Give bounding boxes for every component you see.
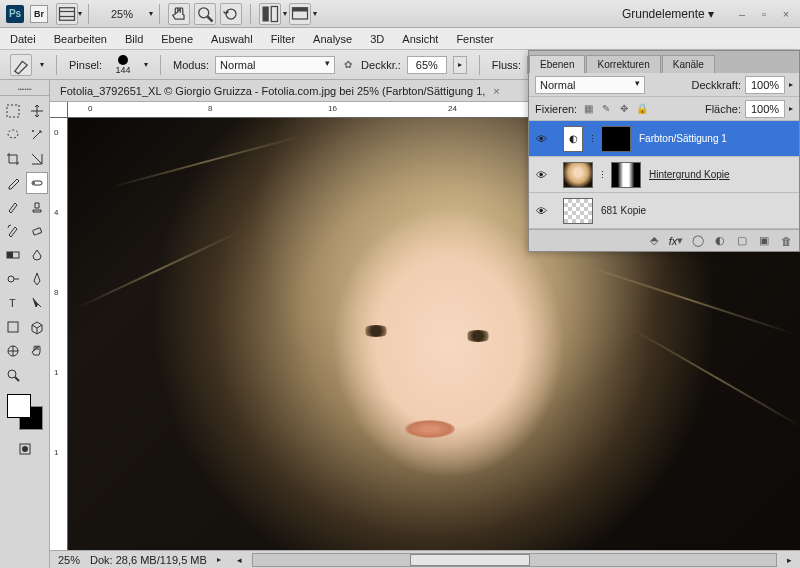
crop-tool[interactable]: [2, 148, 24, 170]
filmstrip-icon[interactable]: [56, 3, 78, 25]
airbrush-icon[interactable]: ✿: [341, 58, 355, 72]
layer-blend-select[interactable]: Normal: [535, 76, 645, 94]
menu-bild[interactable]: Bild: [125, 33, 143, 45]
photoshop-icon: Ps: [6, 5, 24, 23]
wand-tool[interactable]: [26, 124, 48, 146]
move-tool[interactable]: [26, 100, 48, 122]
palette-grip-icon[interactable]: ┈┈: [0, 84, 49, 96]
menu-ebene[interactable]: Ebene: [161, 33, 193, 45]
close-icon[interactable]: ×: [778, 6, 794, 22]
stamp-tool[interactable]: [26, 196, 48, 218]
healing-brush-tool[interactable]: [26, 172, 48, 194]
zoom-tool[interactable]: [2, 364, 24, 386]
layer-row[interactable]: 👁 681 Kopie: [529, 193, 799, 229]
adjustment-thumb[interactable]: ◐: [563, 126, 583, 152]
bridge-icon[interactable]: Br: [30, 5, 48, 23]
layer-name[interactable]: 681 Kopie: [597, 205, 795, 216]
layer-thumb[interactable]: [563, 162, 593, 188]
path-select-tool[interactable]: [26, 292, 48, 314]
menu-analyse[interactable]: Analyse: [313, 33, 352, 45]
layer-thumb[interactable]: [563, 198, 593, 224]
svg-rect-20: [8, 322, 18, 332]
visibility-icon[interactable]: 👁: [533, 131, 549, 147]
lock-transparent-icon[interactable]: ▦: [581, 102, 595, 116]
restore-icon[interactable]: ▫: [756, 6, 772, 22]
layer-fill-input[interactable]: 100%: [745, 100, 785, 118]
visibility-icon[interactable]: 👁: [533, 167, 549, 183]
gradient-tool[interactable]: [2, 244, 24, 266]
menu-3d[interactable]: 3D: [370, 33, 384, 45]
zoom-level[interactable]: 25%: [95, 6, 149, 22]
tab-kanaele[interactable]: Kanäle: [662, 55, 715, 73]
svg-point-22: [8, 370, 16, 378]
zoom-tool-icon[interactable]: [194, 3, 216, 25]
tab-korrekturen[interactable]: Korrekturen: [586, 55, 660, 73]
dodge-tool[interactable]: [2, 268, 24, 290]
horizontal-scrollbar[interactable]: [252, 553, 777, 567]
mask-thumb[interactable]: [601, 126, 631, 152]
layer-row[interactable]: 👁 ◐ ⋮ Farbton/Sättigung 1: [529, 121, 799, 157]
layer-name[interactable]: Farbton/Sättigung 1: [635, 133, 795, 144]
rotate-view-icon[interactable]: [220, 3, 242, 25]
minimize-icon[interactable]: –: [734, 6, 750, 22]
fill-label: Fläche:: [705, 103, 741, 115]
menu-filter[interactable]: Filter: [271, 33, 295, 45]
layer-opacity-input[interactable]: 100%: [745, 76, 785, 94]
brush-preview[interactable]: 144: [108, 53, 138, 77]
3d-tool[interactable]: [26, 316, 48, 338]
foreground-color[interactable]: [7, 394, 31, 418]
tab-ebenen[interactable]: Ebenen: [529, 55, 585, 73]
new-layer-icon[interactable]: ▣: [757, 234, 771, 248]
workspace-switcher[interactable]: Grundelemente ▾: [608, 5, 728, 23]
link-layers-icon[interactable]: ⬘: [647, 234, 661, 248]
layer-mask-icon[interactable]: ◯: [691, 234, 705, 248]
blend-mode-select[interactable]: Normal: [215, 56, 335, 74]
status-zoom[interactable]: 25%: [58, 554, 80, 566]
lock-all-icon[interactable]: 🔒: [635, 102, 649, 116]
svg-text:T: T: [9, 297, 16, 309]
trash-icon[interactable]: 🗑: [779, 234, 793, 248]
close-tab-icon[interactable]: ×: [493, 85, 499, 97]
brush-tool[interactable]: [2, 196, 24, 218]
history-brush-tool[interactable]: [2, 220, 24, 242]
svg-rect-8: [293, 7, 308, 11]
quickmask-icon[interactable]: [14, 438, 36, 460]
visibility-icon[interactable]: 👁: [533, 203, 549, 219]
blur-tool[interactable]: [26, 244, 48, 266]
lock-pixels-icon[interactable]: ✎: [599, 102, 613, 116]
color-swatches[interactable]: [7, 394, 43, 430]
menu-auswahl[interactable]: Auswahl: [211, 33, 253, 45]
mask-thumb[interactable]: [611, 162, 641, 188]
screen-mode-icon[interactable]: [289, 3, 311, 25]
opacity-input[interactable]: 65%: [407, 56, 447, 74]
layer-opacity-label: Deckkraft:: [691, 79, 741, 91]
status-bar: 25% Dok: 28,6 MB/119,5 MB ▸ ◂ ▸: [50, 550, 800, 568]
shape-tool[interactable]: [2, 316, 24, 338]
panel-tabs: Ebenen Korrekturen Kanäle: [529, 51, 799, 73]
status-docsize: Dok: 28,6 MB/119,5 MB: [90, 554, 207, 566]
eraser-tool[interactable]: [26, 220, 48, 242]
3d-camera-tool[interactable]: [2, 340, 24, 362]
lasso-tool[interactable]: [2, 124, 24, 146]
slice-tool[interactable]: [26, 148, 48, 170]
pen-tool[interactable]: [26, 268, 48, 290]
menu-bearbeiten[interactable]: Bearbeiten: [54, 33, 107, 45]
menu-datei[interactable]: Datei: [10, 33, 36, 45]
lock-position-icon[interactable]: ✥: [617, 102, 631, 116]
menu-fenster[interactable]: Fenster: [456, 33, 493, 45]
layer-fx-icon[interactable]: fx▾: [669, 234, 683, 248]
group-icon[interactable]: ▢: [735, 234, 749, 248]
hand-tool-icon[interactable]: [168, 3, 190, 25]
panel-footer: ⬘ fx▾ ◯ ◐ ▢ ▣ 🗑: [529, 229, 799, 251]
menu-ansicht[interactable]: Ansicht: [402, 33, 438, 45]
current-tool-icon[interactable]: [10, 54, 32, 76]
layer-name[interactable]: Hintergrund Kopie: [645, 169, 795, 180]
layer-row[interactable]: 👁 ⋮ Hintergrund Kopie: [529, 157, 799, 193]
hand-tool[interactable]: [26, 340, 48, 362]
adjustment-layer-icon[interactable]: ◐: [713, 234, 727, 248]
marquee-tool[interactable]: [2, 100, 24, 122]
eyedropper-tool[interactable]: [2, 172, 24, 194]
arrange-docs-icon[interactable]: [259, 3, 281, 25]
type-tool[interactable]: T: [2, 292, 24, 314]
opacity-stepper[interactable]: ▸: [453, 56, 467, 74]
